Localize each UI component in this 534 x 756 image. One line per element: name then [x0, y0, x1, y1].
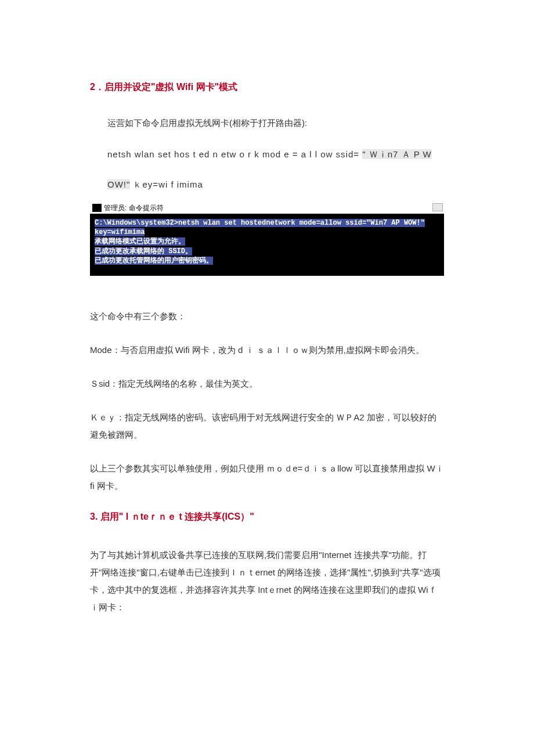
heading-step-2: 2．启用并设定"虚拟 Wifi 网卡"模式 — [90, 81, 444, 93]
terminal-output-2: 已成功更改承载网络的 SSID。 — [95, 247, 192, 255]
cmd-icon — [92, 204, 102, 212]
terminal-sysmenu-icon — [432, 203, 443, 211]
terminal-body: C:\Windows\system32>netsh wlan set hoste… — [90, 214, 444, 265]
param-ssid: Ｓsid：指定无线网络的名称，最佳为英文。 — [90, 375, 444, 393]
command-text-line1: netsh wlan set hos t ed n etw o r k mod … — [90, 147, 444, 161]
params-note: 以上三个参数其实可以单独使用，例如只使用 ｍｏｄe=ｄｉｓａllow 可以直接禁… — [90, 460, 444, 495]
param-mode: Mode：与否启用虚拟 Wifi 网卡，改为 d ｉ ｓａｌｌｏｗ则为禁用,虚拟… — [90, 341, 444, 359]
terminal-title: 管理员: 命令提示符 — [104, 203, 164, 213]
terminal-window: 管理员: 命令提示符 C:\Windows\system32>netsh wla… — [90, 202, 444, 276]
terminal-output-3: 已成功更改托管网络的用户密钥密码。 — [95, 257, 213, 265]
command-text-line2: OW!" ｋey=wi f imima — [90, 178, 444, 192]
cmd-key: ｋey=wi f imima — [130, 179, 203, 189]
terminal-command-line: C:\Windows\system32>netsh wlan set hoste… — [95, 219, 425, 236]
cmd-ssid-2: OW!" — [107, 179, 130, 189]
paragraph-intro-2: 运营如下命令启用虚拟无线网卡(相称于打开路由器): — [90, 117, 444, 129]
params-intro: 这个命令中有三个参数： — [90, 308, 444, 325]
param-key: Ｋｅｙ：指定无线网络的密码。该密码用于对无线网进行安全的 ＷＰA2 加密，可以较… — [90, 409, 444, 444]
terminal-titlebar: 管理员: 命令提示符 — [90, 202, 444, 214]
cmd-prefix: netsh wlan set hos t ed n etw o r k mod … — [107, 149, 362, 159]
terminal-output-1: 承载网络模式已设置为允许。 — [95, 237, 185, 246]
paragraph-ics: 为了与其她计算机或设备共享已连接的互联网,我们需要启用"Internet 连接共… — [90, 546, 444, 616]
cmd-ssid-1: " Ｗｉn7 Ａ P W — [362, 149, 432, 159]
heading-step-3: 3. 启用" I ｎteｒｎｅ t 连接共享(ICS）" — [90, 511, 444, 523]
